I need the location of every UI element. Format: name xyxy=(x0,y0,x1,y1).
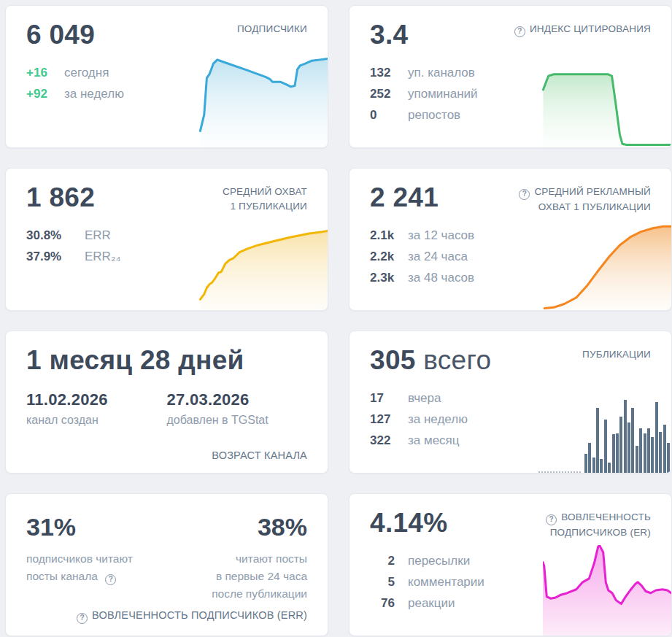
header-label: ИНДЕКС ЦИТИРОВАНИЯ xyxy=(530,23,651,34)
card-header-ad-reach: ?СРЕДНИЙ РЕКЛАМНЫЙ ОХВАТ 1 ПУБЛИКАЦИИ xyxy=(519,185,651,215)
card-footer-err: ?ВОВЛЕЧЕННОСТЬ ПОДПИСЧИКОВ (ERR) xyxy=(77,609,307,624)
card-channel-age: 1 месяц 28 дней 11.02.2026 канал создан … xyxy=(5,331,328,474)
er-stats: 2 пересылки 5 комментарии 76 реакции xyxy=(370,550,651,614)
ad-reach-stats: 2.1k за 12 часов 2.2k за 24 часа 2.3k за… xyxy=(370,225,651,288)
header-label: ПОДПИСЧИКИ xyxy=(237,23,307,34)
publications-stats: 17 вчера 127 за неделю 322 за месяц xyxy=(370,387,651,451)
bar xyxy=(592,458,595,473)
card-header-publications: ПУБЛИКАЦИИ xyxy=(582,347,651,362)
err-24h-percent: 38% xyxy=(212,513,307,541)
header-line: ВОВЛЕЧЕННОСТЬ xyxy=(561,511,651,522)
card-header-avg-reach: СРЕДНИЙ ОХВАТ 1 ПУБЛИКАЦИИ xyxy=(223,185,307,213)
header-line: 1 ПУБЛИКАЦИИ xyxy=(230,201,307,212)
err-blocks: 31% подписчиков читают посты канала ? 38… xyxy=(26,513,307,603)
stat-reactions: 76 реакции xyxy=(370,592,651,614)
stat-comments: 5 комментарии xyxy=(370,571,651,592)
card-publications: 305 всего ПУБЛИКАЦИИ 17 вчера 127 за нед… xyxy=(349,331,672,474)
card-footer-channel-age: ВОЗРАСТ КАНАЛА xyxy=(212,449,307,461)
err-24h-block: 38% читают посты в первые 24 часа после … xyxy=(212,513,307,603)
header-line: СРЕДНИЙ ОХВАТ xyxy=(223,186,307,197)
stat-24h: 2.2k за 24 часа xyxy=(370,246,651,267)
bar xyxy=(608,463,611,473)
stat-week: 127 за неделю xyxy=(370,409,651,430)
stat-channels: 132 уп. каналов xyxy=(370,62,651,83)
card-er: 4.14% ?ВОВЛЕЧЕННОСТЬ ПОДПИСЧИКОВ (ER) 2 … xyxy=(349,493,672,636)
bar xyxy=(584,454,587,473)
citation-stats: 132 уп. каналов 252 упоминаний 0 репосто… xyxy=(370,62,651,126)
header-line: СРЕДНИЙ РЕКЛАМНЫЙ xyxy=(534,186,651,197)
stats-dashboard: 6 049 ПОДПИСЧИКИ +16 сегодня +92 за неде… xyxy=(0,0,672,637)
subscribers-stats: +16 сегодня +92 за неделю xyxy=(26,62,307,104)
channel-dates: 11.02.2026 канал создан 27.03.2026 добав… xyxy=(26,390,307,427)
help-icon[interactable]: ? xyxy=(546,514,557,525)
err-stats: 30.8% ERR 37.9% ERR₂₄ xyxy=(26,225,307,267)
stat-48h: 2.3k за 48 часов xyxy=(370,267,651,288)
card-citation-index: 3.4 ?ИНДЕКС ЦИТИРОВАНИЯ 132 уп. каналов … xyxy=(349,5,672,148)
err-read-percent: 31% xyxy=(26,513,133,541)
help-icon[interactable]: ? xyxy=(519,189,530,200)
stat-yesterday: 17 вчера xyxy=(370,387,651,409)
date-created: 11.02.2026 канал создан xyxy=(26,390,167,427)
card-header-subscribers: ПОДПИСЧИКИ xyxy=(237,22,307,36)
publications-suffix: всего xyxy=(423,345,491,375)
bar xyxy=(600,459,603,473)
date-added-tgstat: 27.03.2026 добавлен в TGStat xyxy=(167,390,308,427)
stat-err: 30.8% ERR xyxy=(26,225,307,246)
header-line: ПОДПИСЧИКОВ (ER) xyxy=(550,527,651,538)
bar-chart-dotted-baseline xyxy=(538,471,581,473)
err-read-block: 31% подписчиков читают посты канала ? xyxy=(26,513,133,603)
stat-err24: 37.9% ERR₂₄ xyxy=(26,246,307,267)
err-24h-caption: читают посты в первые 24 часа после публ… xyxy=(212,550,307,603)
stat-mentions: 252 упоминаний xyxy=(370,83,651,104)
bar xyxy=(655,402,658,473)
publications-count: 305 xyxy=(370,345,416,375)
stat-today: +16 сегодня xyxy=(26,62,307,83)
bar xyxy=(651,437,654,473)
header-line: ОХВАТ 1 ПУБЛИКАЦИИ xyxy=(538,201,651,212)
stat-month: 322 за месяц xyxy=(370,430,651,451)
header-label: ПУБЛИКАЦИИ xyxy=(582,349,651,360)
card-err: 31% подписчиков читают посты канала ? 38… xyxy=(5,493,328,636)
card-avg-ad-reach: 2 241 ?СРЕДНИЙ РЕКЛАМНЫЙ ОХВАТ 1 ПУБЛИКА… xyxy=(349,168,672,311)
bar xyxy=(667,443,670,473)
err-read-caption: подписчиков читают посты канала ? xyxy=(26,550,133,585)
help-icon[interactable]: ? xyxy=(77,613,88,624)
help-icon[interactable]: ? xyxy=(105,574,116,585)
card-header-er: ?ВОВЛЕЧЕННОСТЬ ПОДПИСЧИКОВ (ER) xyxy=(546,510,651,540)
channel-age-value: 1 месяц 28 дней xyxy=(26,346,307,376)
stat-12h: 2.1k за 12 часов xyxy=(370,225,651,246)
stat-week: +92 за неделю xyxy=(26,83,307,104)
help-icon[interactable]: ? xyxy=(514,26,525,37)
card-avg-post-reach: 1 862 СРЕДНИЙ ОХВАТ 1 ПУБЛИКАЦИИ 30.8% E… xyxy=(5,168,328,311)
bar xyxy=(663,425,666,473)
bar xyxy=(659,432,662,473)
stat-reposts: 0 репостов xyxy=(370,104,651,126)
stat-forwards: 2 пересылки xyxy=(370,550,651,571)
card-subscribers: 6 049 ПОДПИСЧИКИ +16 сегодня +92 за неде… xyxy=(5,5,328,148)
card-header-citation: ?ИНДЕКС ЦИТИРОВАНИЯ xyxy=(514,22,651,37)
